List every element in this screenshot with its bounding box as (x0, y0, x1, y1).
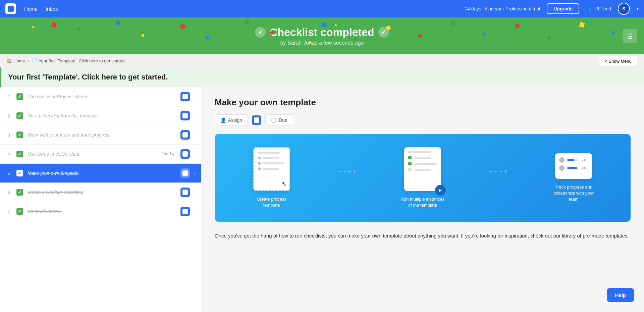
ui-feed-icon: 👥 (586, 6, 592, 11)
ui-feed[interactable]: 👥 UI Feed (586, 6, 611, 11)
trial-text: 14 days left in your Professional trial (465, 6, 540, 11)
user-avatar[interactable]: S (618, 3, 630, 15)
item-number: 1 (5, 94, 12, 99)
item-label: Run a checklist from this template (28, 113, 176, 118)
item-number: 3 (5, 133, 12, 138)
item-number: 5 (5, 171, 12, 176)
illus-step-3: 60% 90% Track progress and collaborate w… (550, 153, 597, 203)
check-icon: ✓ (16, 112, 23, 119)
upgrade-button[interactable]: Upgrade (547, 3, 579, 14)
illus-step-2: ▶ Run multiple instances of the template (399, 147, 446, 208)
check-left-icon: ✓ (255, 27, 266, 38)
item-chevron-icon: › (194, 170, 196, 176)
check-icon: ✓ (16, 150, 23, 158)
checklist-item-3[interactable]: 3✓Work with your team and track progress… (0, 125, 201, 145)
item-avatar (180, 149, 190, 159)
user-avatar-action (252, 115, 261, 125)
item-number: 2 (5, 113, 12, 118)
item-number: 7 (5, 209, 12, 214)
due-button[interactable]: 🕐 Due (265, 114, 293, 126)
check-icon: ✓ (16, 131, 23, 139)
assign-button[interactable]: 👤 Assign (215, 114, 248, 126)
checklist-item-7[interactable]: 7✓So much more...› (0, 202, 201, 221)
illustration-card: ↖ Create process template - - - › ▶ Run … (215, 134, 631, 222)
breadcrumb-bar: 🏠 Home › 📄 Your first 'Template'. Click … (0, 54, 644, 67)
celebration-subtitle: by Sarah Jonas a few seconds ago (255, 40, 389, 46)
arrow-2: - - - › (489, 166, 507, 189)
ui-feed-label: UI Feed (594, 6, 611, 11)
checklist-item-5[interactable]: 5✓Make your own template› (0, 164, 201, 183)
hero-banner: Your first 'Template'. Click here to get… (0, 67, 644, 87)
navbar-right: 14 days left in your Professional trial … (465, 3, 639, 15)
item-label: The basics of Process Street (28, 94, 176, 99)
item-chevron-icon: › (194, 209, 196, 214)
help-button[interactable]: Help (607, 288, 634, 302)
item-chevron-icon: › (194, 113, 196, 118)
item-avatar (180, 92, 190, 101)
checklist-item-4[interactable]: 4✓Use forms to collect dataJan 14› (0, 145, 201, 164)
illus-label-1: Create process template (248, 196, 295, 208)
item-avatar (180, 130, 190, 140)
hero-text: Your first 'Template'. Click here to get… (8, 73, 637, 82)
illus-label-2: Run multiple instances of the template (399, 196, 446, 208)
item-label: Use forms to collect data (28, 151, 158, 157)
checklist-item-2[interactable]: 2✓Run a checklist from this template› (0, 106, 201, 125)
check-icon: ✓ (16, 93, 23, 100)
item-chevron-icon: › (194, 190, 196, 195)
illus-step-1: ↖ Create process template (248, 147, 295, 208)
check-icon: ✓ (16, 169, 23, 177)
item-label: Work with your team and track progress (28, 132, 176, 138)
item-avatar (180, 188, 190, 197)
main-layout: 1✓The basics of Process Street›2✓Run a c… (0, 87, 644, 312)
celebration-banner: ✓ Checklist completed ✓ by Sarah Jonas a… (0, 17, 644, 54)
doc-2: ▶ (404, 147, 441, 191)
nav-inbox[interactable]: Inbox (46, 6, 58, 12)
arrow-1: - - - › (338, 166, 356, 189)
logo[interactable] (5, 3, 16, 14)
celebration-title: ✓ Checklist completed ✓ (255, 26, 389, 39)
item-avatar (180, 111, 190, 120)
person-icon: 👤 (220, 117, 226, 123)
right-panel: Make your own template 👤 Assign 🕐 Due (201, 87, 644, 312)
check-icon: ✓ (16, 208, 23, 215)
check-icon: ✓ (16, 189, 23, 196)
navbar: Home Inbox 14 days left in your Professi… (0, 0, 644, 17)
illus-label-3: Track progress and collaborate with your… (550, 184, 597, 203)
item-label: Watch a webinar recording (28, 190, 176, 195)
description-text: Once you've got the hang of how to run c… (215, 232, 631, 240)
template-icon: 📄 (32, 58, 37, 63)
illustration-steps: ↖ Create process template - - - › ▶ Run … (228, 147, 617, 208)
item-label: Make your own template (28, 170, 176, 176)
item-number: 6 (5, 190, 12, 195)
show-menu-button[interactable]: < Show Menu (599, 55, 637, 66)
item-avatar (180, 207, 190, 216)
breadcrumb-current[interactable]: 📄 Your first 'Template'. Click here to g… (32, 58, 126, 63)
action-bar: 👤 Assign 🕐 Due (215, 114, 631, 126)
home-icon: 🏠 (7, 58, 12, 63)
item-chevron-icon: › (194, 94, 196, 99)
progress-card: 60% 90% (555, 153, 592, 179)
item-date: Jan 14 (162, 152, 174, 156)
clock-icon: 🕐 (271, 117, 277, 123)
checklist-item-1[interactable]: 1✓The basics of Process Street› (0, 87, 201, 106)
checklist-item-6[interactable]: 6✓Watch a webinar recording› (0, 183, 201, 202)
item-chevron-icon: › (194, 132, 196, 138)
celebration-content: ✓ Checklist completed ✓ by Sarah Jonas a… (255, 26, 389, 46)
play-icon: ▶ (435, 185, 446, 196)
print-button[interactable]: 🖨 (623, 29, 637, 43)
breadcrumb-separator: › (28, 58, 29, 63)
check-right-icon: ✓ (378, 27, 389, 38)
left-panel: 1✓The basics of Process Street›2✓Run a c… (0, 87, 201, 312)
avatar-dropdown-arrow[interactable]: ▾ (637, 6, 639, 11)
content-title: Make your own template (215, 97, 631, 108)
nav-home[interactable]: Home (24, 6, 38, 12)
doc-1: ↖ (253, 147, 290, 191)
breadcrumb-home[interactable]: 🏠 Home (7, 58, 25, 63)
item-chevron-icon: › (194, 151, 196, 157)
item-avatar (180, 168, 190, 178)
item-number: 4 (5, 152, 12, 157)
item-label: So much more... (28, 209, 176, 214)
